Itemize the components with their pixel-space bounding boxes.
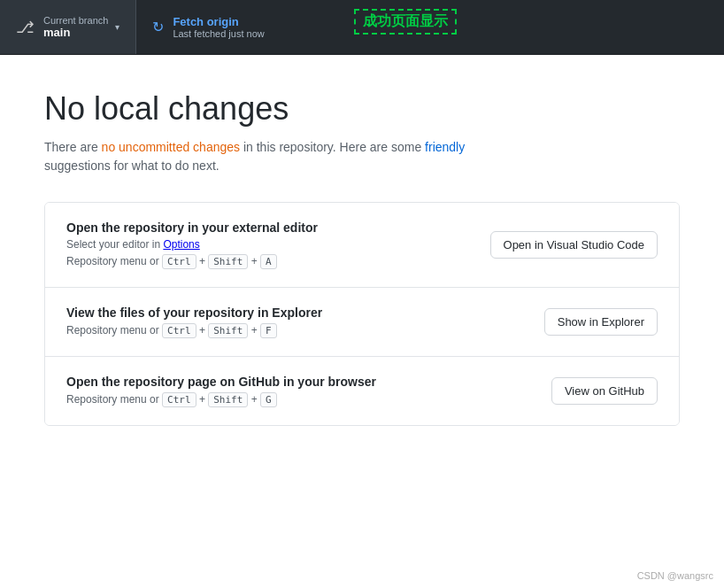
- action-shortcut-explorer: Repository menu or Ctrl + Shift + F: [66, 323, 544, 338]
- action-info-explorer: View the files of your repository in Exp…: [66, 306, 544, 338]
- action-info-editor: Open the repository in your external edi…: [66, 220, 490, 269]
- view-github-button[interactable]: View on GitHub: [551, 377, 658, 405]
- toolbar: ⎇ Current branch main ▾ ↻ Fetch origin L…: [0, 0, 724, 55]
- branch-value: main: [43, 26, 108, 39]
- fetch-subtitle: Last fetched just now: [173, 28, 264, 39]
- fetch-text: Fetch origin Last fetched just now: [173, 15, 264, 39]
- page-title: No local changes: [44, 90, 680, 128]
- refresh-icon: ↻: [152, 19, 164, 35]
- page-description: There are no uncommitted changes in this…: [44, 138, 680, 175]
- action-title-explorer: View the files of your repository in Exp…: [66, 306, 544, 320]
- open-vscode-button[interactable]: Open in Visual Studio Code: [490, 231, 658, 259]
- desc-after: suggestions for what to do next.: [44, 159, 220, 173]
- action-card-editor: Open the repository in your external edi…: [45, 203, 679, 288]
- kbd-shift: Shift: [208, 254, 248, 269]
- kbd-ctrl-2: Ctrl: [162, 323, 196, 338]
- branch-section[interactable]: ⎇ Current branch main ▾: [0, 0, 136, 54]
- branch-label: Current branch: [43, 15, 108, 26]
- action-card-explorer: View the files of your repository in Exp…: [45, 288, 679, 357]
- branch-icon: ⎇: [16, 18, 35, 37]
- subtitle-prefix: Select your editor in: [66, 238, 163, 251]
- kbd-shift-2: Shift: [208, 323, 248, 338]
- kbd-ctrl: Ctrl: [162, 254, 196, 269]
- watermark: 成功页面显示: [354, 9, 457, 35]
- action-subtitle-editor: Select your editor in Options: [66, 238, 490, 251]
- action-title-github: Open the repository page on GitHub in yo…: [66, 375, 551, 389]
- footer-text: CSDN @wangsrc: [637, 570, 713, 581]
- options-link[interactable]: Options: [163, 238, 199, 251]
- friendly-link[interactable]: friendly: [425, 140, 465, 154]
- main-content: No local changes There are no uncommitte…: [0, 55, 724, 588]
- fetch-title: Fetch origin: [173, 15, 264, 28]
- kbd-g: G: [260, 392, 277, 407]
- kbd-f: F: [260, 323, 277, 338]
- action-cards-container: Open the repository in your external edi…: [44, 202, 680, 426]
- action-shortcut-editor: Repository menu or Ctrl + Shift + A: [66, 254, 490, 269]
- show-explorer-button[interactable]: Show in Explorer: [544, 308, 658, 336]
- desc-middle: in this repository. Here are some: [240, 140, 425, 154]
- action-info-github: Open the repository page on GitHub in yo…: [66, 375, 551, 407]
- action-title-editor: Open the repository in your external edi…: [66, 220, 490, 235]
- action-shortcut-github: Repository menu or Ctrl + Shift + G: [66, 392, 551, 407]
- fetch-section[interactable]: ↻ Fetch origin Last fetched just now: [136, 0, 280, 54]
- chevron-down-icon: ▾: [115, 22, 119, 32]
- kbd-shift-3: Shift: [208, 392, 248, 407]
- desc-before: There are: [44, 140, 102, 154]
- kbd-ctrl-3: Ctrl: [162, 392, 196, 407]
- branch-text: Current branch main: [43, 15, 108, 39]
- desc-highlight: no uncommitted changes: [102, 140, 240, 154]
- footer: CSDN @wangsrc: [637, 570, 713, 581]
- kbd-a: A: [260, 254, 277, 269]
- action-card-github: Open the repository page on GitHub in yo…: [45, 357, 679, 425]
